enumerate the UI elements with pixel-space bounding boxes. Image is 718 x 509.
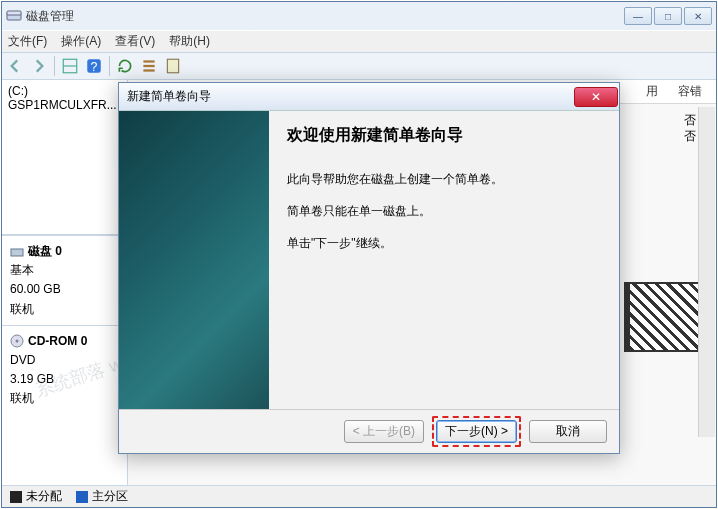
dialog-close-button[interactable]: ✕ [574, 87, 618, 107]
svg-point-12 [16, 340, 19, 343]
next-button[interactable]: 下一步(N) > [436, 420, 517, 443]
svg-rect-6 [143, 60, 154, 62]
titlebar[interactable]: 磁盘管理 — □ ✕ [2, 2, 716, 30]
wizard-heading: 欢迎使用新建简单卷向导 [287, 125, 601, 146]
separator [109, 56, 110, 76]
volume-gsp[interactable]: GSP1RMCULXFR... [8, 98, 121, 112]
menubar: 文件(F) 操作(A) 查看(V) 帮助(H) [2, 30, 716, 52]
cdrom-0-status: 联机 [10, 389, 119, 408]
col-2[interactable]: 容错 [678, 83, 702, 100]
app-icon [6, 8, 22, 24]
help-icon[interactable]: ? [85, 57, 103, 75]
disk-0-size: 60.00 GB [10, 280, 119, 299]
legend-unallocated: 未分配 [10, 488, 62, 505]
svg-rect-8 [143, 69, 154, 71]
swatch-blue-icon [76, 491, 88, 503]
new-simple-volume-wizard: 新建简单卷向导 ✕ 欢迎使用新建简单卷向导 此向导帮助您在磁盘上创建一个简单卷。… [118, 82, 620, 454]
cdrom-0-type: DVD [10, 351, 119, 370]
val-1: 否 [684, 112, 696, 129]
refresh-icon[interactable] [116, 57, 134, 75]
dialog-body: 欢迎使用新建简单卷向导 此向导帮助您在磁盘上创建一个简单卷。 简单卷只能在单一磁… [119, 111, 619, 409]
cancel-button[interactable]: 取消 [529, 420, 607, 443]
minimize-button[interactable]: — [624, 7, 652, 25]
view-icon[interactable] [61, 57, 79, 75]
disk-icon [10, 245, 24, 259]
disk-0-block[interactable]: 磁盘 0 基本 60.00 GB 联机 [2, 235, 127, 325]
disk-0-name: 磁盘 0 [28, 242, 62, 261]
col-1[interactable]: 用 [646, 83, 658, 100]
svg-rect-9 [167, 59, 178, 73]
unallocated-region[interactable] [624, 282, 706, 352]
statusbar: 未分配 主分区 [2, 485, 716, 507]
left-panel: (C:) GSP1RMCULXFR... 磁盘 0 基本 60.00 GB 联机… [2, 80, 128, 485]
swatch-black-icon [10, 491, 22, 503]
cdrom-0-block[interactable]: CD-ROM 0 DVD 3.19 GB 联机 [2, 325, 127, 415]
disk-0-type: 基本 [10, 261, 119, 280]
val-2: 否 [684, 128, 696, 145]
next-button-highlight: 下一步(N) > [432, 416, 521, 447]
toolbar: ? [2, 52, 716, 80]
wizard-text-2: 简单卷只能在单一磁盘上。 [287, 202, 601, 220]
window-controls: — □ ✕ [624, 7, 712, 25]
window-title: 磁盘管理 [26, 8, 624, 25]
volume-list[interactable]: (C:) GSP1RMCULXFR... [2, 80, 127, 235]
list-icon[interactable] [140, 57, 158, 75]
menu-file[interactable]: 文件(F) [8, 33, 47, 50]
volume-c[interactable]: (C:) [8, 84, 121, 98]
svg-text:?: ? [91, 60, 98, 74]
legend-primary: 主分区 [76, 488, 128, 505]
cdrom-0-name: CD-ROM 0 [28, 332, 87, 351]
back-button: < 上一步(B) [344, 420, 424, 443]
wizard-text-3: 单击"下一步"继续。 [287, 234, 601, 252]
menu-action[interactable]: 操作(A) [61, 33, 101, 50]
separator [54, 56, 55, 76]
wizard-text-1: 此向导帮助您在磁盘上创建一个简单卷。 [287, 170, 601, 188]
wizard-sidebar-image [119, 111, 269, 409]
svg-rect-1 [7, 11, 21, 15]
disk-0-status: 联机 [10, 300, 119, 319]
menu-view[interactable]: 查看(V) [115, 33, 155, 50]
close-window-button[interactable]: ✕ [684, 7, 712, 25]
maximize-button[interactable]: □ [654, 7, 682, 25]
cdrom-0-size: 3.19 GB [10, 370, 119, 389]
wizard-main: 欢迎使用新建简单卷向导 此向导帮助您在磁盘上创建一个简单卷。 简单卷只能在单一磁… [269, 111, 619, 409]
back-icon[interactable] [6, 57, 24, 75]
svg-rect-7 [143, 65, 154, 67]
dialog-footer: < 上一步(B) 下一步(N) > 取消 [119, 409, 619, 453]
menu-help[interactable]: 帮助(H) [169, 33, 210, 50]
forward-icon[interactable] [30, 57, 48, 75]
scrollbar[interactable] [698, 107, 715, 437]
dialog-titlebar[interactable]: 新建简单卷向导 ✕ [119, 83, 619, 111]
cdrom-icon [10, 334, 24, 348]
svg-rect-10 [11, 249, 23, 256]
dialog-title: 新建简单卷向导 [127, 88, 574, 105]
properties-icon[interactable] [164, 57, 182, 75]
